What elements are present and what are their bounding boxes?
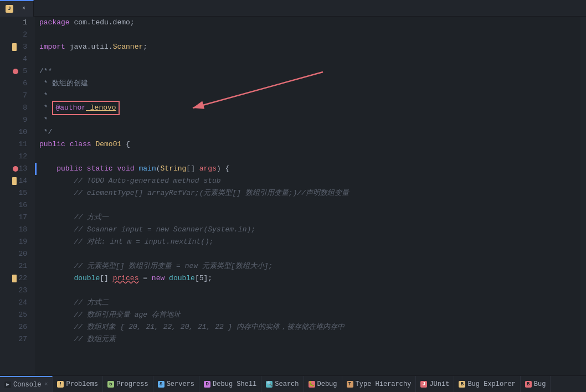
author-box: @author lenovo: [52, 101, 119, 115]
console-close[interactable]: ×: [44, 381, 48, 388]
servers-icon: S: [158, 381, 165, 388]
code-line-3: import java.util.Scanner;: [39, 41, 580, 53]
tab-close-button[interactable]: ×: [20, 5, 28, 13]
tab-bar: J ×: [0, 0, 586, 17]
bookmark-icon: [12, 175, 17, 187]
line-number-13: 13: [12, 163, 30, 175]
code-line-21: // 元素类型[] 数组引用变量 = new 元素类型[数组大小];: [39, 260, 580, 272]
line-number-24: 24: [12, 297, 30, 309]
editor-tab[interactable]: J ×: [0, 0, 34, 17]
bottom-tab-debug[interactable]: 🐛Debug: [304, 376, 342, 393]
line-number-16: 16: [12, 199, 30, 212]
debug-icon: 🐛: [309, 381, 315, 388]
scrollbar[interactable]: [580, 17, 586, 375]
bookmark-icon: [12, 272, 17, 285]
bottom-tab-problems[interactable]: !Problems: [53, 376, 103, 393]
line-number-15: 15: [12, 187, 30, 199]
progress-label: Progress: [116, 380, 148, 388]
debug-shell-label: Debug Shell: [213, 380, 256, 388]
bottom-tab-console[interactable]: ▶Console×: [0, 376, 53, 393]
line-number-11: 11: [12, 138, 30, 151]
debug-dot: [13, 166, 18, 172]
editor-area: 1234567891011121314151617181920212223242…: [0, 17, 586, 375]
bookmark-icon: [12, 41, 17, 53]
code-editor[interactable]: package com.tedu.demo;import java.util.S…: [35, 17, 580, 375]
line-number-1: 1: [12, 17, 30, 29]
line-gutter: 1234567891011121314151617181920212223242…: [10, 17, 35, 375]
code-line-26: // 数组对象 { 20, 21, 22, 20, 21, 22 } 内存中的实…: [39, 321, 580, 333]
bottom-tab-debug-shell[interactable]: DDebug Shell: [199, 376, 261, 393]
debug-shell-icon: D: [204, 381, 210, 388]
code-line-16: [39, 199, 580, 212]
problems-label: Problems: [66, 380, 98, 388]
line-number-4: 4: [12, 53, 30, 65]
code-line-17: // 方式一: [39, 212, 580, 224]
problems-icon: !: [57, 381, 64, 388]
bottom-tab-bug2[interactable]: BBug: [521, 376, 551, 393]
code-line-18: // Scanner input = new Scanner(System.in…: [39, 224, 580, 236]
bug-explorer-icon: B: [459, 381, 465, 388]
console-icon: ▶: [4, 381, 11, 388]
search-icon: 🔍: [266, 381, 273, 388]
line-number-17: 17: [12, 212, 30, 224]
code-line-1: package com.tedu.demo;: [39, 17, 580, 29]
line-number-25: 25: [12, 309, 30, 321]
code-line-14: // TODO Auto-generated method stub: [39, 175, 580, 187]
bottom-tab-search[interactable]: 🔍Search: [261, 376, 304, 393]
code-line-20: [39, 248, 580, 260]
bottom-tab-progress[interactable]: ↻Progress: [103, 376, 153, 393]
line-number-22: 22: [12, 272, 30, 285]
line-number-26: 26: [12, 321, 30, 333]
progress-icon: ↻: [107, 381, 114, 388]
code-line-10: */: [39, 126, 580, 138]
code-line-27: // 数组元素: [39, 333, 580, 345]
code-line-8: * @author lenovo: [39, 102, 580, 114]
line-number-18: 18: [12, 224, 30, 236]
code-line-25: // 数组引用变量 age 存首地址: [39, 309, 580, 321]
line-number-8: 8: [12, 102, 30, 114]
bottom-tab-bug-explorer[interactable]: BBug Explorer: [454, 376, 520, 393]
code-line-2: [39, 29, 580, 41]
code-line-4: [39, 53, 580, 65]
line-number-5: 5: [12, 65, 30, 78]
line-number-12: 12: [12, 151, 30, 163]
type-hierarchy-icon: T: [347, 381, 353, 388]
console-label: Console: [13, 381, 41, 389]
line-number-2: 2: [12, 29, 30, 41]
code-line-11: public class Demo01 {: [39, 138, 580, 151]
line-number-3: 3: [12, 41, 30, 53]
code-line-6: * 数组的创建: [39, 78, 580, 90]
bottom-tab-type-hierarchy[interactable]: TType Hierarchy: [342, 376, 417, 393]
line-number-19: 19: [12, 236, 30, 248]
line-number-23: 23: [12, 285, 30, 297]
code-line-24: // 方式二: [39, 297, 580, 309]
bottom-tab-servers[interactable]: SServers: [153, 376, 199, 393]
code-line-5: /**: [39, 65, 580, 78]
code-line-13: public static void main(String[] args) {: [39, 163, 580, 175]
junit-label: JUnit: [429, 380, 449, 388]
line-number-14: 14: [12, 175, 30, 187]
java-file-icon: J: [6, 5, 13, 13]
line-number-7: 7: [12, 90, 30, 102]
line-number-9: 9: [12, 114, 30, 126]
bottom-tab-bar: ▶Console×!Problems↻ProgressSServersDDebu…: [0, 375, 586, 392]
debug-label: Debug: [317, 380, 337, 388]
line-number-21: 21: [12, 260, 30, 272]
type-hierarchy-label: Type Hierarchy: [356, 380, 412, 388]
code-line-15: // elementType[] arrayRefVar;(元素类型[] 数组引…: [39, 187, 580, 199]
bug-explorer-label: Bug Explorer: [467, 380, 515, 388]
junit-icon: J: [420, 381, 427, 388]
bug2-icon: B: [525, 381, 532, 388]
debug-dot: [13, 69, 18, 74]
line-number-10: 10: [12, 126, 30, 138]
code-line-12: [39, 151, 580, 163]
code-line-23: [39, 285, 580, 297]
code-line-9: *: [39, 114, 580, 126]
left-strip: [0, 17, 10, 375]
code-line-7: *: [39, 90, 580, 102]
bottom-tab-junit[interactable]: JJUnit: [416, 376, 454, 393]
line-number-6: 6: [12, 78, 30, 90]
line-number-20: 20: [12, 248, 30, 260]
bug2-label: Bug: [534, 380, 546, 388]
code-line-19: // 对比: int m = input.nextInt();: [39, 236, 580, 248]
